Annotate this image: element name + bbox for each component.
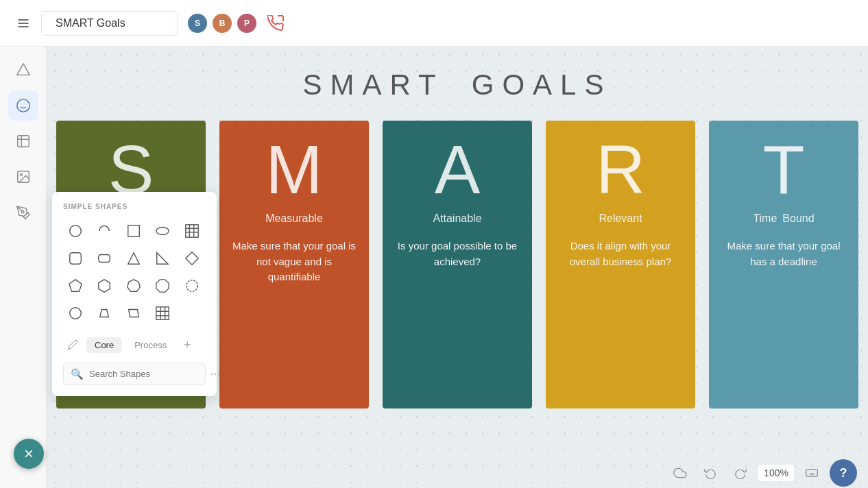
collaborators-area: S B P	[186, 11, 288, 36]
card-r-body: Does it align with your overall business…	[557, 239, 684, 269]
shape-ellipse[interactable]	[150, 219, 175, 243]
document-title[interactable]: SMART Goals	[41, 11, 178, 36]
sidebar-item-frame[interactable]	[8, 126, 38, 156]
call-button[interactable]	[263, 11, 288, 36]
svg-point-6	[16, 99, 29, 112]
card-m-letter: M	[265, 132, 322, 207]
sidebar-item-draw[interactable]	[8, 197, 38, 228]
smart-goals-title: SMART GOALS	[303, 69, 612, 101]
topbar: SMART Goals S B P	[0, 0, 868, 47]
svg-rect-41	[806, 469, 818, 476]
shape-hexagon[interactable]	[92, 273, 117, 298]
svg-marker-31	[156, 280, 169, 292]
add-tab-button[interactable]: +	[179, 337, 195, 353]
avatar-s: S	[186, 12, 208, 34]
shape-parallelogram[interactable]	[121, 301, 146, 326]
menu-button[interactable]	[11, 11, 36, 36]
shapes-tabs: Core Process +	[63, 335, 206, 354]
svg-marker-28	[69, 280, 82, 291]
svg-marker-35	[128, 310, 138, 317]
shape-heptagon[interactable]	[121, 273, 146, 298]
svg-point-14	[21, 210, 24, 213]
svg-rect-36	[156, 307, 169, 319]
svg-rect-23	[70, 253, 82, 265]
card-t: T Time Bound Make sure that your goal ha…	[709, 121, 858, 408]
shapes-search-area: 🔍 ⋯	[63, 363, 206, 385]
shape-grid[interactable]	[150, 301, 175, 326]
svg-marker-27	[185, 252, 197, 265]
shapes-section-title: SIMPLE SHAPES	[63, 203, 206, 210]
svg-rect-18	[185, 225, 197, 237]
more-options-button[interactable]: ⋯	[210, 367, 221, 380]
search-icon: 🔍	[71, 368, 84, 380]
shape-circle-outline[interactable]	[180, 273, 204, 298]
undo-button[interactable]	[698, 461, 723, 485]
card-m-body: Make sure that your goal is not vague an…	[230, 239, 358, 285]
tab-process[interactable]: Process	[126, 337, 175, 353]
shape-table[interactable]	[180, 219, 204, 243]
svg-point-17	[156, 228, 169, 235]
bottom-bar: 100% ?	[657, 458, 868, 488]
sidebar-item-shapes[interactable]	[8, 55, 38, 85]
avatar-b: B	[211, 12, 233, 34]
svg-point-15	[70, 225, 82, 237]
avatar-p: P	[236, 12, 258, 34]
sidebar-item-image[interactable]	[8, 162, 38, 192]
fab-button[interactable]: ×	[14, 439, 44, 469]
shape-pentagon[interactable]	[63, 273, 88, 298]
svg-point-33	[70, 308, 82, 319]
card-t-letter: T	[762, 132, 804, 207]
card-t-body: Make sure that your goal has a deadline	[720, 239, 847, 269]
card-a-subtitle: Attainable	[433, 212, 481, 225]
svg-rect-24	[99, 255, 110, 263]
sidebar-item-sticker[interactable]	[8, 90, 38, 121]
redo-button[interactable]	[728, 461, 753, 485]
shape-triangle[interactable]	[121, 246, 146, 271]
svg-point-32	[186, 280, 197, 292]
shape-octagon[interactable]	[150, 273, 175, 298]
card-m: M Measurable Make sure that your goal is…	[219, 121, 369, 408]
zoom-level[interactable]: 100%	[758, 465, 794, 481]
card-a-letter: A	[435, 132, 481, 207]
tab-core[interactable]: Core	[86, 337, 122, 353]
pencil-icon[interactable]	[63, 335, 82, 354]
shape-square[interactable]	[121, 219, 146, 243]
svg-marker-26	[157, 253, 169, 265]
svg-marker-30	[128, 280, 140, 291]
shape-trapezoid[interactable]	[92, 301, 117, 326]
shape-rounded-rect2[interactable]	[92, 246, 117, 271]
svg-marker-34	[100, 310, 109, 317]
shapes-panel: SIMPLE SHAPES	[52, 192, 217, 396]
svg-marker-25	[128, 253, 140, 265]
card-r-letter: R	[596, 132, 645, 207]
svg-marker-29	[99, 280, 110, 292]
card-t-subtitle: Time Bound	[753, 212, 814, 225]
card-m-subtitle: Measurable	[265, 212, 323, 225]
shape-circle2[interactable]	[63, 301, 88, 326]
shapes-search-input[interactable]	[89, 369, 204, 379]
svg-point-13	[20, 173, 22, 175]
svg-rect-16	[128, 225, 140, 237]
left-sidebar	[0, 47, 47, 488]
card-r-subtitle: Relevant	[599, 212, 642, 225]
card-r: R Relevant Does it align with your overa…	[546, 121, 695, 408]
shape-arc[interactable]	[92, 219, 117, 243]
shape-right-triangle[interactable]	[150, 246, 175, 271]
shapes-grid	[63, 219, 206, 326]
help-button[interactable]: ?	[830, 459, 857, 487]
card-a: A Attainable Is your goal possible to be…	[383, 121, 532, 408]
shape-rounded-rect[interactable]	[63, 246, 88, 271]
shape-diamond[interactable]	[180, 246, 204, 271]
svg-marker-5	[16, 64, 29, 75]
card-a-body: Is your goal possible to be achieved?	[394, 239, 521, 269]
cloud-button[interactable]	[668, 461, 692, 485]
keyboard-button[interactable]	[799, 461, 824, 485]
svg-rect-9	[17, 136, 29, 147]
shape-circle[interactable]	[63, 219, 88, 243]
